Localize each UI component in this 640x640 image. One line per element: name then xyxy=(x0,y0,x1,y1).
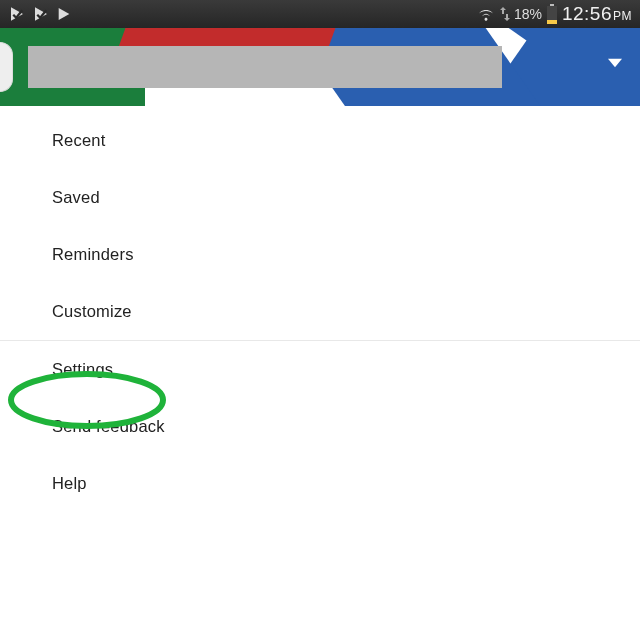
svg-rect-2 xyxy=(547,20,557,24)
battery-icon xyxy=(546,4,558,24)
menu-item-recent[interactable]: Recent xyxy=(0,112,640,169)
menu-item-feedback[interactable]: Send feedback xyxy=(0,398,640,455)
wifi-icon xyxy=(476,5,496,23)
search-input[interactable] xyxy=(28,46,502,88)
svg-rect-0 xyxy=(550,4,554,6)
status-bar-left xyxy=(8,5,72,23)
time-ampm: PM xyxy=(613,9,632,23)
menu-item-settings[interactable]: Settings xyxy=(0,341,640,398)
avatar[interactable] xyxy=(0,42,13,92)
data-sync-icon xyxy=(500,7,510,21)
play-badge-icon xyxy=(8,5,26,23)
play-badge-icon xyxy=(32,5,50,23)
battery-percentage: 18% xyxy=(514,6,542,22)
time-value: 12:56 xyxy=(562,3,612,24)
menu-item-saved[interactable]: Saved xyxy=(0,169,640,226)
menu-item-reminders[interactable]: Reminders xyxy=(0,226,640,283)
status-bar: 18% 12:56PM xyxy=(0,0,640,28)
status-bar-right: 18% 12:56PM xyxy=(476,3,632,25)
nav-drawer-menu: Recent Saved Reminders Customize Setting… xyxy=(0,106,640,512)
account-dropdown-icon[interactable] xyxy=(608,56,622,74)
clock: 12:56PM xyxy=(562,3,632,25)
menu-item-customize[interactable]: Customize xyxy=(0,283,640,340)
play-store-icon xyxy=(56,6,72,22)
app-header xyxy=(0,28,640,106)
menu-item-help[interactable]: Help xyxy=(0,455,640,512)
